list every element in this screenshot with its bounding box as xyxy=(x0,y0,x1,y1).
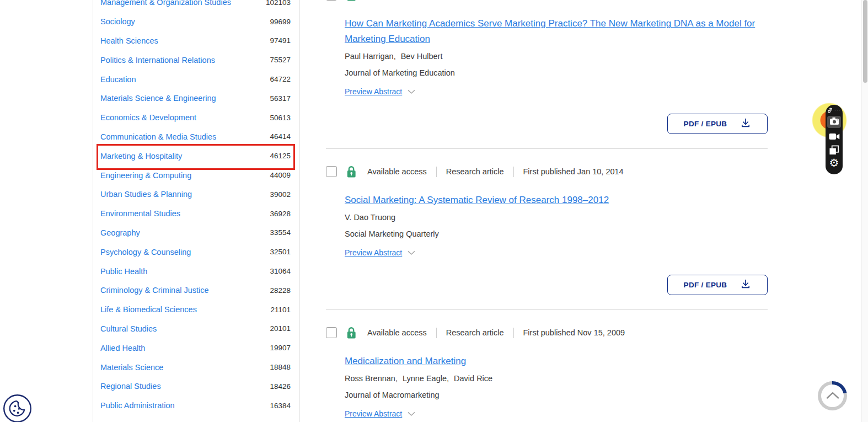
category-list: Management & Organization Studies 102103… xyxy=(93,0,299,415)
category-row: Urban Studies & Planning 39002 xyxy=(93,185,299,204)
category-row: Materials Science 18848 xyxy=(93,357,299,377)
download-icon xyxy=(740,117,751,130)
article-title-row: Social Marketing: A Systematic Review of… xyxy=(326,193,768,208)
category-row: Environmental Studies 36928 xyxy=(93,204,299,223)
cookie-icon xyxy=(3,415,32,422)
category-link[interactable]: Psychology & Counseling xyxy=(100,248,191,257)
category-link[interactable]: Management & Organization Studies xyxy=(100,0,231,7)
category-count: 28228 xyxy=(270,286,291,295)
category-link[interactable]: Marketing & Hospitality xyxy=(100,152,182,161)
category-count: 97491 xyxy=(270,36,291,45)
select-article-checkbox[interactable] xyxy=(326,327,337,338)
category-row: Engineering & Computing 44009 xyxy=(93,165,299,185)
chevron-up-icon xyxy=(826,391,839,401)
category-link[interactable]: Regional Studies xyxy=(100,382,161,391)
category-link[interactable]: Cultural Studies xyxy=(100,324,157,333)
results-list: How Can Marketing Academics Serve Market… xyxy=(326,0,768,422)
category-link[interactable]: Geography xyxy=(100,228,140,237)
article-type-label: Research article xyxy=(446,167,504,176)
pdf-epub-button[interactable]: PDF / EPUB xyxy=(667,275,768,295)
category-count: 19907 xyxy=(270,344,291,352)
article-title-link[interactable]: Social Marketing: A Systematic Review of… xyxy=(345,195,609,205)
category-row: Criminology & Criminal Justice 28228 xyxy=(93,281,299,300)
article-title-link[interactable]: Medicalization and Marketing xyxy=(345,356,466,366)
camera-icon xyxy=(829,117,839,127)
subject-facet-panel: Management & Organization Studies 102103… xyxy=(93,0,300,422)
author-separator: , xyxy=(395,374,398,383)
page-scrollbar-track[interactable] xyxy=(861,0,868,422)
category-link[interactable]: Criminology & Criminal Justice xyxy=(100,286,209,295)
capture-window-button[interactable] xyxy=(829,145,839,156)
select-article-checkbox[interactable] xyxy=(326,166,337,177)
published-date-label: First published Jan 10, 2014 xyxy=(523,167,624,176)
gear-icon: ⚙ xyxy=(829,157,839,169)
category-link[interactable]: Urban Studies & Planning xyxy=(100,190,192,199)
category-row: Economics & Development 50613 xyxy=(93,108,299,127)
article-title-link[interactable]: How Can Marketing Academics Serve Market… xyxy=(345,18,755,44)
category-link[interactable]: Environmental Studies xyxy=(100,209,180,218)
pdf-epub-button[interactable]: PDF / EPUB xyxy=(667,114,768,134)
meta-divider xyxy=(513,328,514,338)
download-row: PDF / EPUB xyxy=(326,114,768,134)
meta-divider xyxy=(436,167,437,177)
category-link[interactable]: Engineering & Computing xyxy=(100,171,191,180)
category-link[interactable]: Politics & International Relations xyxy=(100,56,215,65)
author-name[interactable]: Lynne Eagle xyxy=(403,374,447,383)
scroll-to-top-button[interactable] xyxy=(818,381,847,410)
category-count: 46414 xyxy=(270,132,291,141)
category-link[interactable]: Public Health xyxy=(100,267,147,276)
category-count: 50613 xyxy=(270,114,291,122)
capture-toolbar-header[interactable]: ··· xyxy=(827,106,841,114)
page-scrollbar-thumb[interactable] xyxy=(863,0,867,83)
article-header-row: Available access Research article First … xyxy=(326,327,768,339)
author-name[interactable]: Bev Hulbert xyxy=(401,52,443,61)
select-article-checkbox[interactable] xyxy=(326,0,337,1)
preview-abstract-label: Preview Abstract xyxy=(345,248,402,257)
author-name[interactable]: David Rice xyxy=(454,374,492,383)
category-link[interactable]: Economics & Development xyxy=(100,113,196,122)
record-video-button[interactable] xyxy=(829,133,840,140)
screenshot-button[interactable] xyxy=(827,116,841,128)
category-link[interactable]: Public Administration xyxy=(100,401,175,410)
category-row: Communication & Media Studies 46414 xyxy=(93,127,299,147)
category-link[interactable]: Allied Health xyxy=(100,344,145,352)
article-title-row: Medicalization and Marketing xyxy=(326,354,768,369)
article-header-row xyxy=(326,0,768,1)
category-link[interactable]: Communication & Media Studies xyxy=(100,132,216,141)
article-authors: V. Dao Truong xyxy=(326,213,768,222)
author-name[interactable]: V. Dao Truong xyxy=(345,213,395,222)
author-name[interactable]: Ross Brennan xyxy=(345,374,395,383)
open-lock-icon xyxy=(346,0,357,2)
cookie-settings-button[interactable] xyxy=(3,394,32,422)
category-count: 99699 xyxy=(270,18,291,26)
access-status-label: Available access xyxy=(367,167,427,176)
author-name[interactable]: Paul Harrigan xyxy=(345,52,394,61)
category-count: 20101 xyxy=(270,324,291,333)
category-count: 18848 xyxy=(270,363,291,371)
category-link[interactable]: Health Sciences xyxy=(100,36,158,45)
category-row: Public Health 31064 xyxy=(93,261,299,281)
category-link[interactable]: Sociology xyxy=(100,17,135,26)
chevron-down-icon xyxy=(402,409,415,418)
category-link[interactable]: Materials Science & Engineering xyxy=(100,94,216,103)
search-result-article: How Can Marketing Academics Serve Market… xyxy=(326,0,768,134)
category-row: Politics & International Relations 75527 xyxy=(93,50,299,70)
article-meta-group: Available access Research article First … xyxy=(367,328,625,338)
category-count: 44009 xyxy=(270,171,291,179)
preview-abstract-link[interactable]: Preview Abstract xyxy=(345,87,415,96)
author-separator: , xyxy=(394,52,396,61)
category-row: Marketing & Hospitality 46125 xyxy=(93,146,299,165)
category-link[interactable]: Life & Biomedical Sciences xyxy=(100,305,197,314)
category-row: Geography 33554 xyxy=(93,223,299,243)
more-options-icon[interactable]: ··· xyxy=(834,108,841,113)
preview-abstract-link[interactable]: Preview Abstract xyxy=(345,409,415,418)
preview-abstract-link[interactable]: Preview Abstract xyxy=(345,248,415,257)
chevron-down-icon xyxy=(402,248,415,257)
article-meta-group: Available access Research article First … xyxy=(367,167,624,177)
category-count: 31064 xyxy=(270,267,291,275)
category-link[interactable]: Education xyxy=(100,75,136,84)
settings-button[interactable]: ⚙ xyxy=(829,157,839,169)
category-link[interactable]: Materials Science xyxy=(100,363,163,372)
pdf-epub-label: PDF / EPUB xyxy=(684,120,727,128)
preview-abstract-row: Preview Abstract xyxy=(326,87,768,96)
